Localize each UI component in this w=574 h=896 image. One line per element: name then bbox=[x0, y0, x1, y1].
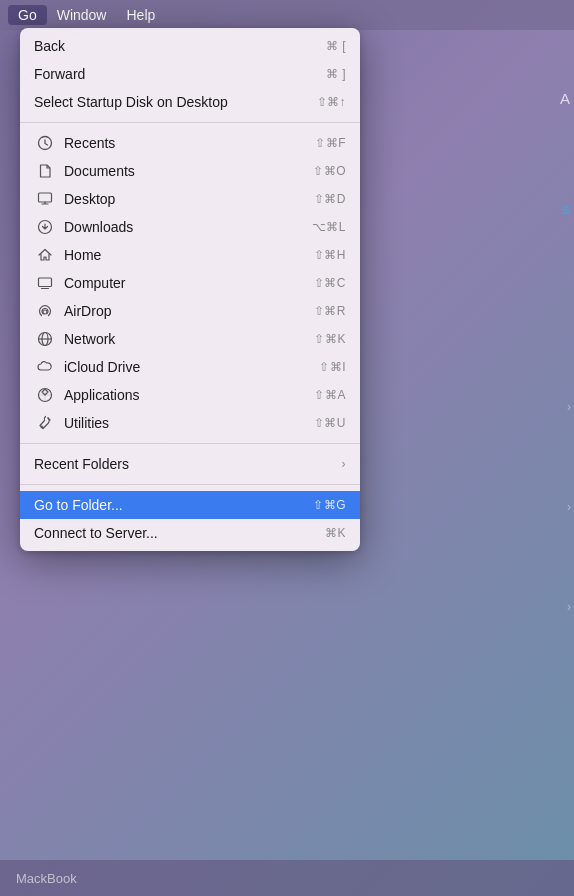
menu-item-startup[interactable]: Select Startup Disk on Desktop ⇧⌘↑ bbox=[20, 88, 360, 116]
home-icon bbox=[34, 247, 56, 263]
menu-item-airdrop[interactable]: AirDrop ⇧⌘R bbox=[20, 297, 360, 325]
recents-label: Recents bbox=[64, 135, 315, 151]
go-menu-dropdown: Back ⌘ [ Forward ⌘ ] Select Startup Disk… bbox=[20, 28, 360, 551]
utilities-icon bbox=[34, 415, 56, 431]
utilities-shortcut: ⇧⌘U bbox=[314, 416, 346, 430]
downloads-label: Downloads bbox=[64, 219, 312, 235]
downloads-icon bbox=[34, 219, 56, 235]
goto-folder-label: Go to Folder... bbox=[34, 497, 313, 513]
menu-item-desktop[interactable]: Desktop ⇧⌘D bbox=[20, 185, 360, 213]
network-shortcut: ⇧⌘K bbox=[314, 332, 346, 346]
menu-item-utilities[interactable]: Utilities ⇧⌘U bbox=[20, 409, 360, 437]
computer-icon bbox=[34, 275, 56, 291]
menu-item-network[interactable]: Network ⇧⌘K bbox=[20, 325, 360, 353]
menu-bar: Go Window Help bbox=[0, 0, 574, 30]
bottom-bar: MackBook bbox=[0, 860, 574, 896]
menu-item-computer[interactable]: Computer ⇧⌘C bbox=[20, 269, 360, 297]
network-icon bbox=[34, 331, 56, 347]
divider-1 bbox=[20, 122, 360, 123]
desktop-icon bbox=[34, 191, 56, 207]
forward-label: Forward bbox=[34, 66, 326, 82]
divider-3 bbox=[20, 484, 360, 485]
startup-label: Select Startup Disk on Desktop bbox=[34, 94, 317, 110]
menu-help[interactable]: Help bbox=[116, 5, 165, 25]
utilities-label: Utilities bbox=[64, 415, 314, 431]
airdrop-label: AirDrop bbox=[64, 303, 314, 319]
sidebar-chevron-1: › bbox=[567, 400, 571, 414]
home-shortcut: ⇧⌘H bbox=[314, 248, 346, 262]
computer-shortcut: ⇧⌘C bbox=[314, 276, 346, 290]
menu-item-recent-folders[interactable]: Recent Folders › bbox=[20, 450, 360, 478]
airdrop-icon bbox=[34, 303, 56, 319]
menu-item-connect-server[interactable]: Connect to Server... ⌘K bbox=[20, 519, 360, 547]
menu-item-goto-folder[interactable]: Go to Folder... ⇧⌘G bbox=[20, 491, 360, 519]
recents-shortcut: ⇧⌘F bbox=[315, 136, 346, 150]
computer-label: Computer bbox=[64, 275, 314, 291]
applications-icon bbox=[34, 387, 56, 403]
documents-icon bbox=[34, 163, 56, 179]
menu-section-nav: Back ⌘ [ Forward ⌘ ] Select Startup Disk… bbox=[20, 28, 360, 120]
menu-item-forward: Forward ⌘ ] bbox=[20, 60, 360, 88]
menu-item-downloads[interactable]: Downloads ⌥⌘L bbox=[20, 213, 360, 241]
sidebar-letter-s: s bbox=[562, 200, 570, 217]
sidebar-letter-a: A bbox=[560, 90, 570, 107]
menu-item-back[interactable]: Back ⌘ [ bbox=[20, 32, 360, 60]
divider-2 bbox=[20, 443, 360, 444]
forward-shortcut: ⌘ ] bbox=[326, 67, 346, 81]
svg-rect-3 bbox=[39, 278, 52, 287]
menu-window[interactable]: Window bbox=[47, 5, 117, 25]
applications-label: Applications bbox=[64, 387, 314, 403]
icloud-shortcut: ⇧⌘I bbox=[319, 360, 346, 374]
back-label: Back bbox=[34, 38, 326, 54]
sidebar-chevron-2: › bbox=[567, 500, 571, 514]
recents-icon bbox=[34, 135, 56, 151]
desktop-shortcut: ⇧⌘D bbox=[314, 192, 346, 206]
goto-folder-shortcut: ⇧⌘G bbox=[313, 498, 346, 512]
menu-section-recent: Recent Folders › bbox=[20, 446, 360, 482]
recent-folders-label: Recent Folders bbox=[34, 456, 342, 472]
menu-section-goto: Go to Folder... ⇧⌘G Connect to Server...… bbox=[20, 487, 360, 551]
applications-shortcut: ⇧⌘A bbox=[314, 388, 346, 402]
connect-server-label: Connect to Server... bbox=[34, 525, 325, 541]
connect-server-shortcut: ⌘K bbox=[325, 526, 346, 540]
menu-item-applications[interactable]: Applications ⇧⌘A bbox=[20, 381, 360, 409]
documents-label: Documents bbox=[64, 163, 313, 179]
menu-go[interactable]: Go bbox=[8, 5, 47, 25]
menu-item-recents[interactable]: Recents ⇧⌘F bbox=[20, 129, 360, 157]
sidebar-chevron-3: › bbox=[567, 600, 571, 614]
back-shortcut: ⌘ [ bbox=[326, 39, 346, 53]
menu-item-documents[interactable]: Documents ⇧⌘O bbox=[20, 157, 360, 185]
recent-folders-arrow: › bbox=[342, 457, 347, 471]
documents-shortcut: ⇧⌘O bbox=[313, 164, 346, 178]
menu-section-places: Recents ⇧⌘F Documents ⇧⌘O Desktop ⇧⌘D bbox=[20, 125, 360, 441]
svg-point-4 bbox=[43, 310, 47, 314]
menu-item-home[interactable]: Home ⇧⌘H bbox=[20, 241, 360, 269]
downloads-shortcut: ⌥⌘L bbox=[312, 220, 346, 234]
menu-item-icloud[interactable]: iCloud Drive ⇧⌘I bbox=[20, 353, 360, 381]
icloud-icon bbox=[34, 359, 56, 375]
home-label: Home bbox=[64, 247, 314, 263]
network-label: Network bbox=[64, 331, 314, 347]
svg-rect-1 bbox=[39, 193, 52, 202]
icloud-label: iCloud Drive bbox=[64, 359, 319, 375]
desktop-label: Desktop bbox=[64, 191, 314, 207]
startup-shortcut: ⇧⌘↑ bbox=[317, 95, 347, 109]
bottom-label: MackBook bbox=[16, 871, 77, 886]
airdrop-shortcut: ⇧⌘R bbox=[314, 304, 346, 318]
